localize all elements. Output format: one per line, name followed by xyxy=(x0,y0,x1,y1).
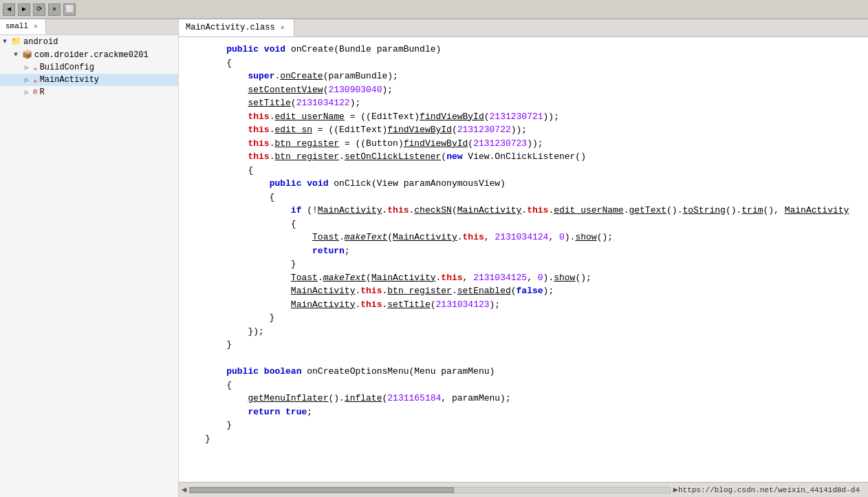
tree-toggle-mainactivity[interactable]: ▷ xyxy=(25,76,33,84)
editor-tab-mainactivity[interactable]: MainActivity.class ✕ xyxy=(179,19,294,36)
code-content: public void onCreate(Bundle paramBundle)… xyxy=(179,43,868,445)
sidebar-item-r[interactable]: ▷ R R xyxy=(0,86,178,98)
code-line-7: this.edit_sn = ((EditText)findViewById(2… xyxy=(184,123,862,137)
toolbar: ◀ ▶ ⟳ ✕ ⬜ xyxy=(0,0,868,19)
code-line-22: }); xyxy=(184,325,862,339)
scroll-left-arrow[interactable]: ◀ xyxy=(182,485,186,495)
toolbar-back-icon[interactable]: ◀ xyxy=(3,3,15,16)
toolbar-stop-icon[interactable]: ✕ xyxy=(48,3,61,16)
editor-tab-close[interactable]: ✕ xyxy=(279,23,287,32)
code-line-18: Toast.makeText(MainActivity.this, 213103… xyxy=(184,271,862,285)
tree-toggle-package[interactable]: ▼ xyxy=(14,51,22,59)
toolbar-home-icon[interactable]: ⬜ xyxy=(63,3,76,16)
code-line-17: } xyxy=(184,257,862,271)
code-line-16: return; xyxy=(184,244,862,258)
status-url: https://blog.csdn.net/weixin_44141d8d-d4 xyxy=(678,486,865,494)
code-line-27: getMenuInflater().inflate(2131165184, pa… xyxy=(184,392,862,405)
sidebar: small ✕ ▼ 📁 android ▼ 📦 com.droider.crac… xyxy=(0,19,179,497)
code-line-29: } xyxy=(184,419,862,432)
code-line-12: { xyxy=(184,191,862,204)
editor-area: MainActivity.class ✕ public void onCreat… xyxy=(179,19,868,497)
sidebar-item-android[interactable]: ▼ 📁 android xyxy=(0,35,178,48)
project-tab-close[interactable]: ✕ xyxy=(32,21,40,31)
code-line-24 xyxy=(184,352,862,366)
code-line-30: } xyxy=(184,432,862,446)
sidebar-item-mainactivity[interactable]: ▷ ☕ MainActivity xyxy=(0,74,178,86)
code-editor[interactable]: public void onCreate(Bundle paramBundle)… xyxy=(179,37,868,482)
code-line-8: this.btn_register = ((Button)findViewByI… xyxy=(184,137,862,151)
code-line-6: this.edit_userName = ((EditText)findView… xyxy=(184,110,862,124)
project-tab-small[interactable]: small ✕ xyxy=(0,19,46,34)
sidebar-label-buildconfig: BuildConfig xyxy=(40,63,94,72)
sidebar-item-buildconfig[interactable]: ▷ ☕ BuildConfig xyxy=(0,61,178,74)
bottom-bar: ◀ ▶ https://blog.csdn.net/weixin_44141d8… xyxy=(179,482,868,497)
code-line-23: } xyxy=(184,338,862,352)
tree-toggle-android[interactable]: ▼ xyxy=(3,38,11,45)
code-line-2: { xyxy=(184,56,862,70)
code-line-9: this.btn_register.setOnClickListener(new… xyxy=(184,150,862,164)
code-line-3: super.onCreate(paramBundle); xyxy=(184,70,862,83)
sidebar-label-package: com.droider.crackme0201 xyxy=(34,50,149,60)
code-line-10: { xyxy=(184,164,862,178)
code-line-19: MainActivity.this.btn_register.setEnable… xyxy=(184,284,862,298)
tree-toggle-buildconfig[interactable]: ▷ xyxy=(25,63,33,72)
horizontal-scrollbar[interactable] xyxy=(189,487,670,494)
toolbar-refresh-icon[interactable]: ⟳ xyxy=(33,3,45,16)
sidebar-label-mainactivity: MainActivity xyxy=(40,75,99,85)
code-line-25: public boolean onCreateOptionsMenu(Menu … xyxy=(184,365,862,379)
code-line-21: } xyxy=(184,311,862,325)
code-line-1: public void onCreate(Bundle paramBundle) xyxy=(184,43,862,56)
scroll-right-arrow[interactable]: ▶ xyxy=(673,485,678,495)
code-line-5: setTitle(2131034122); xyxy=(184,96,862,110)
editor-tab-label: MainActivity.class xyxy=(186,23,275,32)
code-line-26: { xyxy=(184,379,862,392)
scrollbar-thumb xyxy=(190,487,454,493)
sidebar-item-package[interactable]: ▼ 📦 com.droider.crackme0201 xyxy=(0,48,178,61)
toolbar-forward-icon[interactable]: ▶ xyxy=(18,3,30,16)
code-line-4: setContentView(2130903040); xyxy=(184,83,862,97)
main-layout: small ✕ ▼ 📁 android ▼ 📦 com.droider.crac… xyxy=(0,19,868,497)
tree-toggle-r[interactable]: ▷ xyxy=(25,88,33,96)
code-line-13: if (!MainActivity.this.checkSN(MainActiv… xyxy=(184,204,862,218)
code-line-14: { xyxy=(184,218,862,231)
code-line-11: public void onClick(View paramAnonymousV… xyxy=(184,177,862,191)
code-line-15: Toast.makeText(MainActivity.this, 213103… xyxy=(184,231,862,244)
sidebar-label-r: R xyxy=(40,87,45,97)
editor-tab-bar: MainActivity.class ✕ xyxy=(179,19,868,37)
sidebar-tree: ▼ 📁 android ▼ 📦 com.droider.crackme0201 … xyxy=(0,35,178,98)
project-tab-label: small xyxy=(6,22,28,30)
code-line-20: MainActivity.this.setTitle(2131034123); xyxy=(184,298,862,312)
sidebar-label-android: android xyxy=(23,37,58,47)
code-line-28: return true; xyxy=(184,405,862,419)
